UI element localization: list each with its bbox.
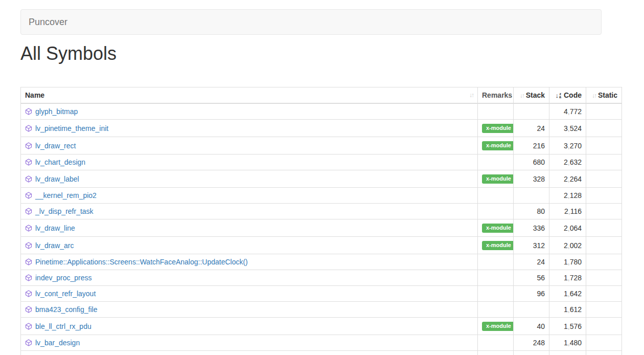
stack-cell: 248 (514, 335, 549, 351)
column-header-code[interactable]: ↓zaCode (549, 87, 586, 104)
table-row: inv_arc_area 88 1,402 (21, 351, 622, 355)
table-row: lv_chart_design 680 2,632 (21, 154, 622, 170)
cube-icon (25, 225, 32, 232)
symbol-link[interactable]: __kernel_rem_pio2 (35, 191, 97, 199)
sort-inactive-icon: ↓↑ (520, 92, 524, 99)
remarks-cell (478, 286, 514, 302)
sort-inactive-icon: ↓↑ (469, 92, 473, 99)
symbol-link[interactable]: ble_ll_ctrl_rx_pdu (35, 322, 91, 330)
symbol-link[interactable]: lv_draw_label (35, 175, 79, 183)
code-cell: 3,270 (549, 137, 586, 154)
symbol-link[interactable]: lv_chart_design (35, 158, 85, 166)
column-label-static: Static (598, 91, 617, 99)
x-module-badge: x-module (482, 174, 514, 184)
symbol-link[interactable]: bma423_config_file (35, 305, 97, 314)
table-row: lv_bar_design 248 1,480 (21, 335, 622, 351)
stack-cell: 40 (514, 318, 549, 335)
static-cell (586, 318, 622, 335)
stack-cell: 328 (514, 170, 549, 188)
symbol-link[interactable]: glyph_bitmap (35, 107, 78, 116)
remarks-cell: x-module (478, 170, 514, 188)
table-row: lv_cont_refr_layout 96 1,642 (21, 286, 622, 302)
cube-icon (25, 242, 32, 249)
symbols-table-grid: Name ↓↑ Remarks ↓↑Stack ↓zaCode ↓↑Static (20, 87, 622, 355)
column-header-static[interactable]: ↓↑Static (586, 87, 622, 104)
stack-cell (514, 188, 549, 204)
code-cell: 4,772 (549, 103, 586, 120)
remarks-cell (478, 154, 514, 170)
remarks-cell (478, 335, 514, 351)
x-module-badge: x-module (482, 141, 514, 150)
symbol-name-cell: inv_arc_area (21, 351, 478, 355)
cube-icon (25, 175, 32, 183)
column-header-stack[interactable]: ↓↑Stack (514, 87, 549, 104)
stack-cell: 96 (514, 286, 549, 302)
stack-cell: 80 (514, 204, 549, 219)
column-header-name[interactable]: Name ↓↑ (21, 87, 478, 104)
x-module-badge: x-module (482, 224, 514, 233)
table-row: __kernel_rem_pio2 2,128 (21, 188, 622, 204)
code-cell: 2,116 (549, 204, 586, 219)
table-row: lv_draw_rect x-module 216 3,270 (21, 137, 622, 154)
code-cell: 1,780 (549, 254, 586, 270)
code-cell: 1,642 (549, 286, 586, 302)
page-title: All Symbols (20, 43, 117, 64)
navbar-brand-link[interactable]: Puncover (21, 10, 75, 34)
symbol-link[interactable]: Pinetime::Applications::Screens::WatchFa… (35, 258, 248, 266)
cube-icon (25, 306, 32, 313)
symbol-name-cell: __kernel_rem_pio2 (21, 188, 478, 204)
static-cell (586, 103, 622, 120)
table-row: indev_proc_press 56 1,728 (21, 270, 622, 286)
column-label-stack: Stack (526, 91, 545, 99)
code-cell: 2,064 (549, 219, 586, 237)
code-cell: 2,128 (549, 188, 586, 204)
code-cell: 2,002 (549, 237, 586, 254)
code-cell: 2,264 (549, 170, 586, 188)
symbol-link[interactable]: lv_draw_arc (35, 241, 74, 250)
table-row: lv_draw_label x-module 328 2,264 (21, 170, 622, 188)
remarks-cell (478, 302, 514, 318)
stack-cell: 216 (514, 137, 549, 154)
symbol-name-cell: lv_chart_design (21, 154, 478, 170)
static-cell (586, 219, 622, 237)
symbol-link[interactable]: lv_draw_rect (35, 142, 76, 150)
cube-icon (25, 323, 32, 330)
table-row: lv_draw_arc x-module 312 2,002 (21, 237, 622, 254)
code-cell: 1,402 (549, 351, 586, 355)
stack-cell (514, 302, 549, 318)
symbol-link[interactable]: indev_proc_press (35, 274, 92, 282)
symbol-name-cell: ble_ll_ctrl_rx_pdu (21, 318, 478, 335)
cube-icon (25, 125, 32, 132)
symbol-name-cell: bma423_config_file (21, 302, 478, 318)
table-row: ble_ll_ctrl_rx_pdu x-module 40 1,576 (21, 318, 622, 335)
symbol-link[interactable]: lv_cont_refr_layout (35, 290, 96, 298)
table-row: Pinetime::Applications::Screens::WatchFa… (21, 254, 622, 270)
static-cell (586, 254, 622, 270)
code-cell: 1,480 (549, 335, 586, 351)
column-label-name: Name (25, 91, 44, 99)
remarks-cell: x-module (478, 137, 514, 154)
static-cell (586, 170, 622, 188)
symbol-link[interactable]: lv_bar_design (35, 339, 80, 347)
symbol-name-cell: lv_draw_label (21, 170, 478, 188)
stack-cell: 680 (514, 154, 549, 170)
symbol-link[interactable]: lv_draw_line (35, 224, 75, 232)
cube-icon (25, 208, 32, 215)
remarks-cell: x-module (478, 237, 514, 254)
code-cell: 2,632 (549, 154, 586, 170)
x-module-badge: x-module (482, 124, 514, 133)
static-cell (586, 286, 622, 302)
cube-icon (25, 142, 32, 149)
cube-icon (25, 290, 32, 297)
symbol-link[interactable]: _lv_disp_refr_task (35, 207, 94, 215)
table-row: lv_draw_line x-module 336 2,064 (21, 219, 622, 237)
symbol-name-cell: lv_draw_arc (21, 237, 478, 254)
code-cell: 1,576 (549, 318, 586, 335)
stack-cell: 56 (514, 270, 549, 286)
static-cell (586, 351, 622, 355)
symbol-link[interactable]: lv_pinetime_theme_init (35, 124, 108, 132)
cube-icon (25, 159, 32, 166)
stack-cell: 336 (514, 219, 549, 237)
cube-icon (25, 274, 32, 281)
cube-icon (25, 192, 32, 199)
